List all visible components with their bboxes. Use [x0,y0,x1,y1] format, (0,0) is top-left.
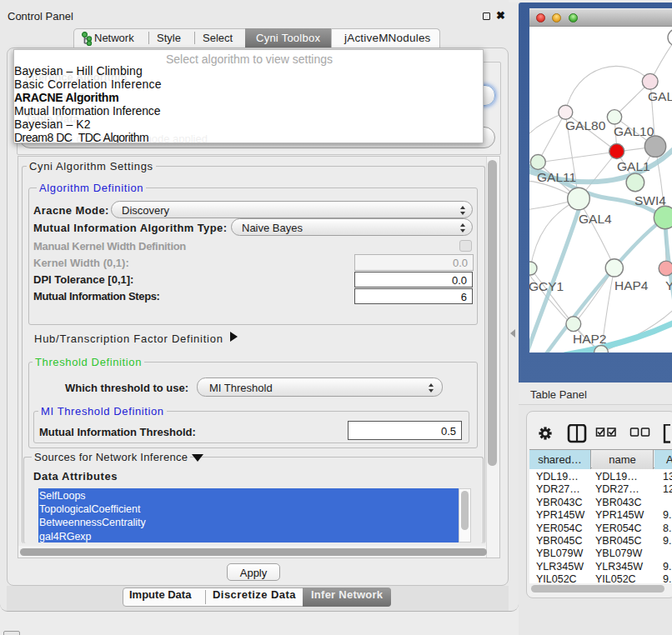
svg-text:GAL80: GAL80 [565,118,606,132]
svg-text:HAP4: HAP4 [614,278,649,292]
svg-text:GCY1: GCY1 [529,279,564,293]
svg-text:GAL4: GAL4 [579,212,612,226]
svg-text:GAL1: GAL1 [617,159,650,173]
svg-text:SWI4: SWI4 [634,193,666,208]
svg-text:GAL10: GAL10 [614,124,654,138]
svg-text:Y: Y [665,278,672,292]
svg-text:HAP2: HAP2 [573,332,607,346]
svg-text:GAL11: GAL11 [537,170,576,184]
svg-text:GAL7: GAL7 [648,89,672,103]
